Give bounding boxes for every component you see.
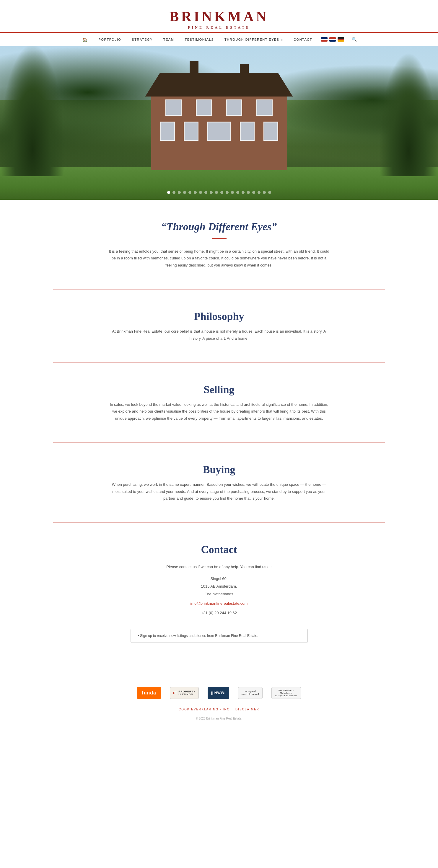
- hero-section: [0, 46, 438, 200]
- philosophy-text: At Brinkman Fine Real Estate, our core b…: [108, 328, 330, 342]
- divider-1: [53, 289, 385, 289]
- logo[interactable]: BRINKMAN FINE REAL ESTATE: [0, 8, 438, 30]
- logo-ft-property[interactable]: FT PROPERTYLISTINGS: [170, 687, 199, 699]
- tagline-text: It is a feeling that enfolds you, that s…: [108, 248, 330, 269]
- nav-flags: [318, 37, 348, 42]
- nav-item-strategy[interactable]: STRATEGY: [126, 34, 158, 45]
- carousel-dot-12[interactable]: [231, 191, 234, 194]
- hero-windows-bottom: [151, 116, 287, 141]
- footer-separator2: ·: [232, 708, 235, 711]
- philosophy-section: Philosophy At Brinkman Fine Real Estate,…: [0, 289, 438, 363]
- funda-text: funda: [142, 690, 156, 695]
- carousel-dot-6[interactable]: [199, 191, 202, 194]
- footer-copyright: © 2025 Brinkman Fine Real Estate.: [0, 714, 438, 723]
- footer-separator1: ·: [220, 708, 223, 711]
- carousel-dot-19[interactable]: [268, 191, 271, 194]
- navigation: 🏠 PORTFOLIO STRATEGY TEAM TESTIMONIALS T…: [0, 32, 438, 46]
- selling-title: Selling: [59, 383, 379, 396]
- carousel-dot-13[interactable]: [236, 191, 239, 194]
- carousel-dot-8[interactable]: [210, 191, 213, 194]
- carousel-dot-17[interactable]: [258, 191, 261, 194]
- nav-item-contact[interactable]: CONTACT: [288, 34, 318, 45]
- contact-section: Contact Please contact us if we can be o…: [0, 523, 438, 675]
- logo-name: BRINKMAN: [0, 8, 438, 25]
- divider-4: [53, 522, 385, 523]
- carousel-dot-10[interactable]: [220, 191, 223, 194]
- newsletter-box[interactable]: Sign up to receive new listings and stor…: [130, 629, 308, 643]
- makelaars-text: Nederlanders MakelaarsVastgoed Taxateurs: [275, 689, 298, 697]
- carousel-dot-14[interactable]: [242, 191, 244, 194]
- contact-phone: +31 (0) 20 244 19 62: [59, 609, 379, 617]
- footer-link-inc[interactable]: INC.: [223, 708, 231, 711]
- footer-logos: funda FT PROPERTYLISTINGS ||| NWWI vastg…: [0, 675, 438, 705]
- nwwi-text: NWWI: [214, 691, 226, 695]
- carousel-dot-15[interactable]: [247, 191, 250, 194]
- contact-intro: Please contact us if we can be of any he…: [59, 565, 379, 569]
- carousel-dot-11[interactable]: [226, 191, 229, 194]
- flag-nl[interactable]: [329, 37, 336, 42]
- nav-home[interactable]: 🏠: [77, 33, 93, 46]
- address-line1: Singel 60,: [59, 575, 379, 583]
- address-line3: The Netherlands: [59, 590, 379, 598]
- nwwi-bars: |||: [211, 691, 213, 695]
- tagline-section: “Through Different Eyes” It is a feeling…: [0, 200, 438, 289]
- carousel-dot-7[interactable]: [204, 191, 207, 194]
- nav-search[interactable]: 🔍: [348, 33, 361, 46]
- contact-email[interactable]: info@brinkmanfinerealestate.com: [59, 600, 379, 608]
- carousel-dot-18[interactable]: [263, 191, 266, 194]
- selling-text: In sales, we look beyond the market valu…: [108, 401, 330, 422]
- hero-chimney2: [240, 64, 249, 76]
- nav-item-portfolio[interactable]: PORTFOLIO: [93, 34, 126, 45]
- buying-title: Buying: [59, 463, 379, 476]
- logo-funda[interactable]: funda: [137, 687, 161, 699]
- logo-vastgoed[interactable]: vastgoedtoezichtboard: [238, 687, 262, 699]
- hero-carousel-dots: [167, 191, 271, 194]
- hero-roof: [145, 73, 293, 96]
- logo-tagline: FINE REAL ESTATE: [0, 25, 438, 30]
- vastgoed-text: vastgoedtoezichtboard: [241, 690, 259, 696]
- nav-item-team[interactable]: TEAM: [158, 34, 180, 45]
- carousel-dot-2[interactable]: [178, 191, 181, 194]
- carousel-dot-4[interactable]: [188, 191, 192, 194]
- nav-item-through-different-eyes[interactable]: THROUGH DIFFERENT EYES ≡: [219, 34, 288, 45]
- carousel-dot-5[interactable]: [194, 191, 197, 194]
- contact-address-block: Singel 60, 1015 AB Amsterdam, The Nether…: [59, 575, 379, 617]
- footer-links: COOKIEVERKLARING · INC. · DISCLAIMER: [0, 705, 438, 714]
- tagline-title: “Through Different Eyes”: [59, 220, 379, 233]
- hero-lawn: [0, 167, 438, 200]
- carousel-dot-0[interactable]: [167, 191, 170, 194]
- nav-item-testimonials[interactable]: TESTIMONIALS: [179, 34, 219, 45]
- footer-link-cookies[interactable]: COOKIEVERKLARING: [179, 708, 218, 711]
- hero-tree-left: [0, 46, 65, 176]
- header: BRINKMAN FINE REAL ESTATE: [0, 0, 438, 32]
- hero-tree-right: [379, 52, 438, 176]
- selling-section: Selling In sales, we look beyond the mar…: [0, 363, 438, 442]
- footer-link-disclaimer[interactable]: DISCLAIMER: [235, 708, 259, 711]
- carousel-dot-9[interactable]: [215, 191, 218, 194]
- ft-icon: FT: [173, 691, 177, 695]
- tagline-divider: [212, 238, 227, 239]
- hero-chimney1: [189, 61, 199, 76]
- hero-house: [151, 94, 287, 170]
- address-line2: 1015 AB Amsterdam,: [59, 583, 379, 590]
- carousel-dot-16[interactable]: [252, 191, 255, 194]
- ft-text: PROPERTYLISTINGS: [178, 690, 196, 696]
- flag-de[interactable]: [338, 37, 344, 42]
- carousel-dot-3[interactable]: [183, 191, 186, 194]
- contact-title: Contact: [59, 544, 379, 556]
- hero-windows-top: [151, 94, 287, 116]
- divider-3: [53, 442, 385, 443]
- philosophy-title: Philosophy: [59, 310, 379, 322]
- buying-section: Buying When purchasing, we work in the s…: [0, 443, 438, 522]
- buying-text: When purchasing, we work in the same exp…: [108, 481, 330, 502]
- carousel-dot-1[interactable]: [173, 191, 175, 194]
- logo-nwwi[interactable]: ||| NWWI: [208, 687, 230, 699]
- logo-makelaars[interactable]: Nederlanders MakelaarsVastgoed Taxateurs: [271, 687, 301, 699]
- flag-uk[interactable]: [321, 37, 327, 42]
- newsletter-text: Sign up to receive new listings and stor…: [140, 634, 258, 638]
